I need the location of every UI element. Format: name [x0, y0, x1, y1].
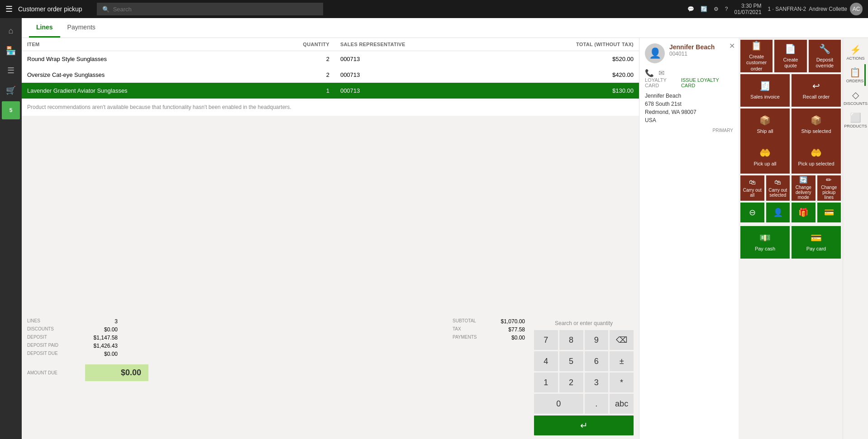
- app-body: ⌂ 🏪 ☰ 🛒 5 Lines Payments ITEM QUANT: [0, 18, 868, 439]
- search-box[interactable]: 🔍: [97, 3, 323, 15]
- deposit-paid-value: $1,426.43: [81, 343, 118, 349]
- ship-all-label: Ship all: [757, 128, 773, 134]
- search-input[interactable]: [113, 6, 318, 13]
- far-right-products[interactable]: ⬜ PRODUCTS: [846, 109, 866, 131]
- item-rep: 000713: [335, 51, 495, 67]
- customer-close-icon[interactable]: ✕: [729, 42, 735, 50]
- deposit-override-btn[interactable]: 🔧 Deposit override: [809, 40, 841, 72]
- col-item: ITEM: [22, 38, 256, 51]
- customer-address: Jennifer Beach 678 South 21st Redmond, W…: [645, 92, 733, 124]
- sidebar-item-store[interactable]: 🏪: [2, 42, 20, 60]
- payments-label: PAYMENTS: [453, 335, 489, 341]
- help-icon[interactable]: ?: [725, 6, 728, 12]
- pick-up-selected-btn[interactable]: 🤲 Pick up selected: [792, 141, 841, 174]
- far-right-orders[interactable]: 📋 ORDERS: [846, 64, 866, 86]
- sidebar-item-cart[interactable]: 🛒: [2, 81, 20, 99]
- ship-selected-btn[interactable]: 📦 Ship selected: [792, 109, 841, 141]
- deposit-value: $1,147.58: [81, 335, 118, 341]
- item-total: $420.00: [495, 67, 639, 83]
- ship-all-btn[interactable]: 📦 Ship all: [740, 109, 790, 141]
- item-rep-selected: 000713: [335, 83, 495, 99]
- customer-id: 004011: [669, 51, 733, 57]
- col-total: TOTAL (WITHOUT TAX): [495, 38, 639, 51]
- change-pickup-lines-btn[interactable]: ✏ Change pickup lines: [817, 175, 841, 201]
- order-table: ITEM QUANTITY SALES REPRESENTATIVE TOTAL…: [22, 38, 639, 99]
- sales-invoice-btn[interactable]: 🧾 Sales invoice: [740, 74, 790, 107]
- far-right-discounts[interactable]: ◇ DISCOUNTS: [846, 87, 866, 109]
- tab-payments[interactable]: Payments: [60, 18, 103, 38]
- numpad-plusminus[interactable]: ±: [610, 351, 634, 371]
- numpad-enter[interactable]: ↵: [534, 415, 634, 435]
- loyalty-card-icon: 💳: [824, 208, 834, 217]
- numpad-9[interactable]: 9: [585, 330, 609, 350]
- carry-out-all-btn[interactable]: 🛍 Carry out all: [740, 175, 764, 201]
- numpad-decimal[interactable]: .: [585, 394, 609, 414]
- far-right-actions[interactable]: ⚡ ACTIONS: [846, 42, 866, 63]
- pay-cash-icon: 💵: [759, 232, 771, 243]
- sidebar-item-home[interactable]: ⌂: [2, 22, 20, 40]
- lines-panel: ITEM QUANTITY SALES REPRESENTATIVE TOTAL…: [22, 38, 639, 439]
- avatar: AC: [850, 3, 863, 15]
- pick-up-all-label: Pick up all: [754, 161, 776, 167]
- subtotal-value: $1,070.00: [489, 318, 525, 325]
- discounts-icon: ◇: [852, 90, 859, 100]
- table-row[interactable]: Oversize Cat-eye Sunglasses 2 000713 $42…: [22, 67, 639, 83]
- ship-all-icon: 📦: [759, 115, 771, 126]
- sidebar-item-menu[interactable]: ☰: [2, 61, 20, 80]
- carry-out-selected-btn[interactable]: 🛍 Carry out selected: [766, 175, 790, 201]
- discounts-label: DISCOUNTS: [27, 326, 81, 333]
- settings-icon[interactable]: ⚙: [714, 6, 719, 12]
- numpad-7[interactable]: 7: [534, 330, 558, 350]
- tax-label: TAX: [453, 326, 489, 333]
- phone-icon[interactable]: 📞: [645, 69, 654, 77]
- loyalty-section: LOYALTY CARD Issue loyalty card: [645, 77, 733, 88]
- col-rep: SALES REPRESENTATIVE: [335, 38, 495, 51]
- refresh-icon[interactable]: 🔄: [701, 6, 707, 12]
- table-row[interactable]: Round Wrap Style Sunglasses 2 000713 $52…: [22, 51, 639, 67]
- app-title: Customer order pickup: [18, 5, 82, 13]
- sidebar-item-badge[interactable]: 5: [2, 101, 20, 119]
- recommendation-message: Product recommendations aren't available…: [22, 99, 639, 116]
- pay-cash-btn[interactable]: 💵 Pay cash: [740, 226, 790, 259]
- gift-card-icon: 🎁: [798, 208, 808, 217]
- loyalty-icon-btn[interactable]: 💳: [817, 203, 841, 222]
- numpad-3[interactable]: 3: [585, 373, 609, 392]
- numpad-5[interactable]: 5: [559, 351, 583, 371]
- numpad-abc[interactable]: abc: [610, 394, 634, 414]
- pay-card-icon: 💳: [811, 232, 822, 243]
- summary-left: LINES 3 DISCOUNTS $0.00 DEPOSIT $1,147.5…: [27, 318, 444, 435]
- numpad-multiply[interactable]: *: [610, 373, 634, 392]
- payments-value: $0.00: [489, 335, 525, 341]
- gift-card-icon-btn[interactable]: 🎁: [792, 203, 816, 222]
- item-name: Oversize Cat-eye Sunglasses: [22, 67, 256, 83]
- pick-up-all-btn[interactable]: 🤲 Pick up all: [740, 141, 790, 174]
- numpad-4[interactable]: 4: [534, 351, 558, 371]
- chat-icon[interactable]: 💬: [687, 6, 694, 12]
- numpad-6[interactable]: 6: [585, 351, 609, 371]
- create-quote-btn[interactable]: 📄 Create quote: [774, 40, 806, 72]
- discount-icon-btn[interactable]: ⊖: [740, 203, 764, 222]
- hamburger-icon[interactable]: ☰: [5, 4, 13, 14]
- orders-label: ORDERS: [846, 79, 864, 83]
- customer-contacts: 📞 ✉: [645, 69, 733, 77]
- left-sidebar: ⌂ 🏪 ☰ 🛒 5: [0, 18, 22, 439]
- sales-invoice-label: Sales invoice: [750, 94, 780, 100]
- table-row-selected[interactable]: Lavender Gradient Aviator Sunglasses 1 0…: [22, 83, 639, 99]
- deposit-due-value: $0.00: [81, 351, 118, 357]
- recall-order-btn[interactable]: ↩ Recall order: [792, 74, 841, 107]
- create-customer-order-btn[interactable]: 📋 Create customer order: [740, 40, 773, 72]
- numpad-backspace[interactable]: ⌫: [610, 330, 634, 350]
- numpad-0[interactable]: 0: [534, 394, 583, 414]
- numpad-1[interactable]: 1: [534, 373, 558, 392]
- item-quantity-selected: 1: [256, 83, 335, 99]
- issue-loyalty-card[interactable]: Issue loyalty card: [681, 77, 733, 88]
- change-delivery-mode-btn[interactable]: 🔄 Change delivery mode: [792, 175, 816, 201]
- numpad-2[interactable]: 2: [559, 373, 583, 392]
- email-icon[interactable]: ✉: [658, 69, 664, 77]
- pay-card-btn[interactable]: 💳 Pay card: [792, 226, 841, 259]
- customer-icon-btn[interactable]: 👤: [766, 203, 790, 222]
- tax-value: $77.58: [489, 326, 525, 333]
- numpad-8[interactable]: 8: [559, 330, 583, 350]
- carry-out-selected-icon: 🛍: [774, 179, 781, 186]
- tab-lines[interactable]: Lines: [29, 18, 60, 38]
